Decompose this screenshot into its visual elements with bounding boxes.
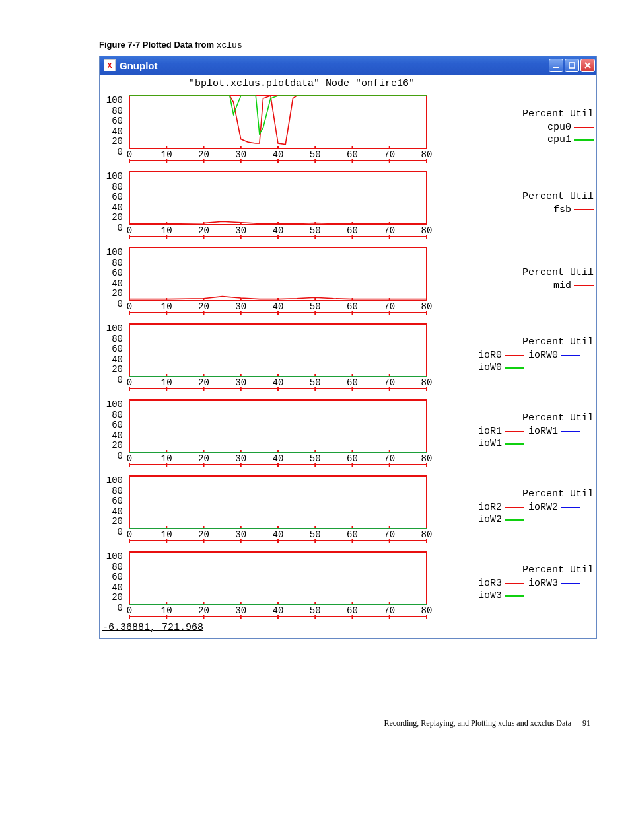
y-tick: 100: [106, 96, 123, 105]
titlebar[interactable]: X Gnuplot: [100, 56, 596, 75]
minimize-button[interactable]: [549, 59, 563, 72]
legend-item: ioRW1: [528, 426, 580, 437]
figure-caption: Figure 7-7 Plotted Data from xclus: [99, 40, 597, 50]
gnuplot-window: X Gnuplot "bplot.xclus.plotdata" Node "o…: [99, 56, 597, 639]
y-axis: 100806040200: [100, 165, 123, 241]
svg-text:20: 20: [198, 605, 209, 616]
svg-text:10: 10: [161, 225, 172, 236]
legend-6: Percent UtilioR3ioRW3ioW3: [433, 545, 596, 621]
svg-text:40: 40: [273, 225, 284, 236]
legend-item: ioR2: [478, 502, 524, 513]
svg-text:70: 70: [384, 453, 395, 464]
svg-text:10: 10: [161, 377, 172, 388]
svg-text:70: 70: [384, 225, 395, 236]
svg-text:10: 10: [161, 605, 172, 616]
maximize-button[interactable]: [565, 59, 579, 72]
y-tick: 60: [112, 116, 123, 126]
svg-text:40: 40: [273, 377, 284, 388]
svg-text:20: 20: [198, 225, 209, 236]
status-line: -6.36881, 721.968: [100, 621, 596, 634]
y-tick: 80: [112, 334, 123, 344]
svg-rect-178: [129, 552, 427, 605]
svg-text:70: 70: [384, 529, 395, 540]
svg-text:60: 60: [347, 529, 358, 540]
caption-mono: xclus: [217, 40, 242, 50]
legend-item: ioW1: [478, 438, 524, 449]
legend-title: Percent Util: [522, 564, 594, 576]
y-tick: 40: [112, 431, 123, 440]
window-title: Gnuplot: [120, 60, 157, 71]
y-tick: 0: [118, 603, 123, 613]
page-footer: Recording, Replaying, and Plotting xclus…: [99, 718, 597, 728]
y-tick: 80: [112, 486, 123, 496]
svg-text:70: 70: [384, 149, 395, 160]
y-tick: 100: [106, 552, 123, 561]
svg-rect-1: [569, 63, 575, 68]
y-axis: 100806040200: [100, 317, 123, 393]
legend-item: ioW2: [478, 514, 524, 525]
close-button[interactable]: [580, 59, 595, 72]
plot-2: 01020304050607080: [123, 241, 433, 317]
y-tick: 40: [112, 279, 123, 288]
y-tick: 100: [106, 324, 123, 333]
svg-text:20: 20: [198, 149, 209, 160]
svg-text:30: 30: [235, 225, 246, 236]
svg-text:80: 80: [421, 453, 433, 464]
svg-text:50: 50: [310, 149, 321, 160]
svg-text:10: 10: [161, 301, 172, 312]
svg-text:40: 40: [273, 149, 284, 160]
svg-text:40: 40: [273, 453, 284, 464]
svg-text:80: 80: [421, 149, 433, 160]
svg-text:60: 60: [347, 225, 358, 236]
svg-text:0: 0: [127, 301, 132, 312]
legend-1: Percent Utilfsb: [433, 165, 596, 241]
app-icon-glyph: X: [108, 62, 112, 69]
y-tick: 0: [118, 299, 123, 309]
svg-text:80: 80: [421, 225, 433, 236]
y-tick: 20: [112, 593, 123, 602]
y-tick: 40: [112, 203, 123, 212]
plot-1: 01020304050607080: [123, 165, 433, 241]
legend-4: Percent UtilioR1ioRW1ioW1: [433, 393, 596, 469]
svg-text:60: 60: [347, 605, 358, 616]
svg-text:50: 50: [310, 529, 321, 540]
svg-rect-149: [129, 476, 427, 529]
page-number: 91: [582, 718, 590, 728]
y-tick: 0: [118, 451, 123, 461]
y-tick: 40: [112, 127, 123, 136]
svg-text:40: 40: [273, 605, 284, 616]
svg-text:60: 60: [347, 377, 358, 388]
svg-text:80: 80: [421, 529, 433, 540]
y-tick: 40: [112, 507, 123, 516]
svg-text:30: 30: [235, 377, 246, 388]
legend-item: fsb: [553, 204, 594, 215]
plot-3: 01020304050607080: [123, 317, 433, 393]
y-axis: 100806040200: [100, 241, 123, 317]
svg-text:20: 20: [198, 453, 209, 464]
legend-item: ioRW2: [528, 502, 580, 513]
plot-5: 01020304050607080: [123, 469, 433, 545]
y-tick: 60: [112, 344, 123, 354]
y-tick: 80: [112, 258, 123, 268]
y-tick: 40: [112, 583, 123, 592]
svg-rect-62: [129, 248, 427, 301]
y-tick: 60: [112, 268, 123, 278]
svg-text:0: 0: [127, 225, 132, 236]
svg-text:60: 60: [347, 149, 358, 160]
y-tick: 80: [112, 562, 123, 572]
svg-text:0: 0: [127, 377, 132, 388]
footer-text: Recording, Replaying, and Plotting xclus…: [384, 718, 571, 728]
svg-text:10: 10: [161, 453, 172, 464]
svg-text:70: 70: [384, 377, 395, 388]
y-tick: 0: [118, 527, 123, 537]
svg-text:60: 60: [347, 453, 358, 464]
legend-3: Percent UtilioR0ioRW0ioW0: [433, 317, 596, 393]
legend-title: Percent Util: [522, 488, 594, 500]
y-tick: 100: [106, 248, 123, 257]
svg-text:50: 50: [310, 301, 321, 312]
legend-item: ioRW3: [528, 578, 580, 589]
svg-text:30: 30: [235, 301, 246, 312]
y-tick: 0: [118, 375, 123, 385]
svg-text:60: 60: [347, 301, 358, 312]
legend-title: Percent Util: [522, 412, 594, 424]
